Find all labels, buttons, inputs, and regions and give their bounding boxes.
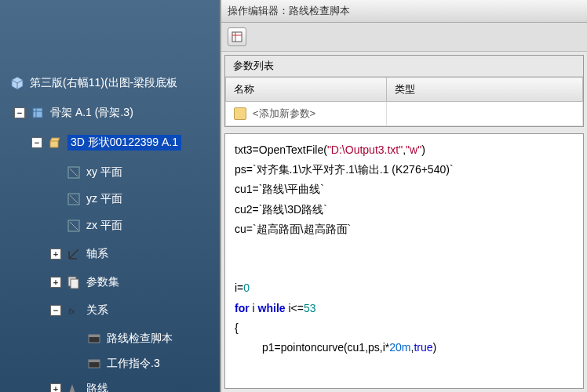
tree-yz[interactable]: yz 平面 — [66, 191, 122, 207]
title-name: 路线检查脚本 — [289, 5, 350, 16]
tree-shape3d-label: 3D 形状00122399 A.1 — [67, 135, 181, 151]
param-section: 参数列表 名称 类型 <添加新参数> — [224, 55, 584, 127]
expand-icon[interactable]: + — [50, 383, 61, 392]
editor-panel: 操作编辑器：路线检查脚本 参数列表 名称 类型 <添加新参数> txt3=Ope… — [220, 0, 587, 392]
tree-zx[interactable]: zx 平面 — [66, 218, 122, 234]
shape-icon — [47, 135, 63, 151]
sheet-icon — [232, 31, 242, 42]
svg-rect-11 — [232, 32, 242, 42]
tree-root[interactable]: 第三版(右幅11)(出图-梁段底板 — [9, 75, 177, 91]
plane-icon — [66, 218, 82, 234]
tree-shape3d[interactable]: − 3D 形状00122399 A.1 — [31, 135, 181, 151]
col-name[interactable]: 名称 — [226, 78, 387, 102]
col-type[interactable]: 类型 — [386, 78, 582, 102]
tree-axis[interactable]: + 轴系 — [50, 246, 108, 262]
tree-paramset[interactable]: + 参数集 — [50, 274, 119, 290]
route-icon — [66, 381, 82, 392]
script-icon — [86, 331, 102, 347]
tree-root-label: 第三版(右幅11)(出图-梁段底板 — [30, 76, 177, 90]
tree-axis-label: 轴系 — [86, 247, 108, 261]
relation-icon: fx — [66, 303, 82, 318]
editor-title-bar: 操作编辑器：路线检查脚本 — [221, 0, 587, 23]
param-table: 名称 类型 <添加新参数> — [225, 77, 583, 126]
axis-icon — [66, 246, 82, 262]
editor-toolbar — [221, 23, 587, 52]
tree-script-label: 路线检查脚本 — [107, 332, 173, 346]
svg-rect-5 — [71, 279, 78, 289]
tree-yz-label: yz 平面 — [86, 192, 122, 206]
tree-route-label: 路线 — [86, 382, 108, 392]
collapse-icon[interactable]: − — [31, 137, 42, 148]
cube-icon — [9, 75, 25, 91]
add-param-label: <添加新参数> — [253, 107, 315, 121]
tree-route[interactable]: + 路线 — [50, 381, 108, 392]
tree-frame[interactable]: − 骨架 A.1 (骨架.3) — [14, 105, 133, 121]
tree-zx-label: zx 平面 — [86, 219, 122, 233]
page-icon — [234, 107, 246, 120]
svg-rect-8 — [89, 335, 100, 337]
tree-relation[interactable]: − fx 关系 — [50, 303, 108, 318]
plane-icon — [66, 191, 82, 207]
tree-xy-label: xy 平面 — [86, 165, 122, 180]
collapse-icon[interactable]: − — [50, 305, 61, 316]
expand-icon[interactable]: + — [50, 249, 61, 260]
svg-rect-10 — [89, 360, 100, 362]
tree-paramset-label: 参数集 — [86, 275, 119, 289]
tree-workcmd[interactable]: 工作指令.3 — [86, 356, 160, 372]
toolbar-button[interactable] — [228, 27, 246, 46]
script-icon — [86, 356, 102, 372]
tree-workcmd-label: 工作指令.3 — [107, 357, 160, 371]
frame-icon — [30, 105, 46, 121]
param-header: 参数列表 — [225, 56, 583, 77]
code-editor[interactable]: txt3=OpenTextFile("D:\Output3.txt","w") … — [224, 133, 584, 389]
tree-frame-label: 骨架 A.1 (骨架.3) — [50, 106, 133, 120]
collapse-icon[interactable]: − — [14, 107, 25, 118]
add-param-row[interactable]: <添加新参数> — [226, 102, 583, 126]
svg-rect-0 — [33, 108, 42, 118]
paramset-icon — [66, 274, 82, 290]
plane-icon — [66, 165, 82, 180]
svg-text:fx: fx — [68, 307, 75, 316]
tree-panel: 第三版(右幅11)(出图-梁段底板 − 骨架 A.1 (骨架.3) − 3D 形… — [0, 0, 220, 392]
expand-icon[interactable]: + — [50, 277, 61, 288]
tree-script[interactable]: 路线检查脚本 — [86, 331, 173, 347]
tree-relation-label: 关系 — [86, 303, 108, 318]
tree-xy[interactable]: xy 平面 — [66, 165, 122, 180]
title-prefix: 操作编辑器： — [228, 5, 289, 16]
